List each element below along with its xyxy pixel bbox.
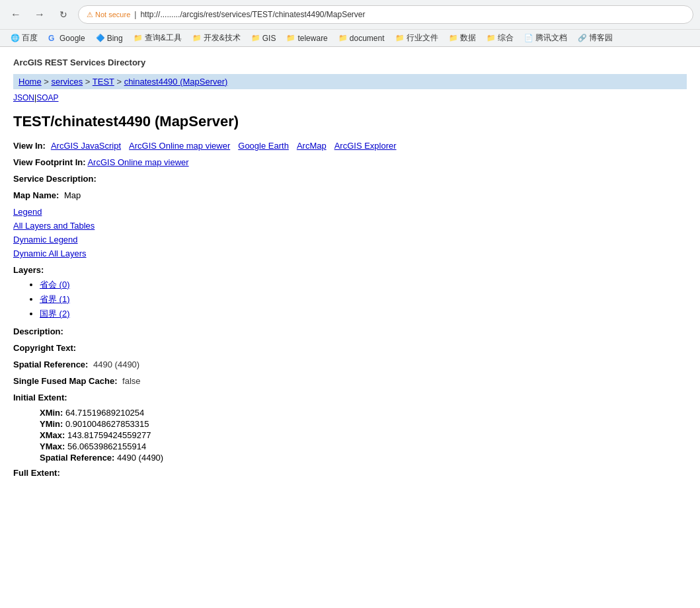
full-extent-label: Full Extent: [13, 468, 60, 478]
bookmark-industry-label: 行业文件 [407, 32, 438, 44]
dynamic-legend-link[interactable]: Dynamic Legend [13, 235, 78, 245]
ymin-row: YMin: 0.9010048627853315 [40, 419, 687, 429]
initial-extent-label: Initial Extent: [13, 393, 687, 402]
bookmark-query-tools-label: 查询&工具 [145, 32, 182, 44]
bookmark-industry[interactable]: 📁 行业文件 [391, 31, 442, 45]
bookmark-data-label: 数据 [460, 32, 476, 44]
bookmark-bing[interactable]: 🔷 Bing [92, 32, 127, 44]
legend-link[interactable]: Legend [13, 207, 42, 217]
layer-item-0: 省会 (0) [40, 279, 687, 291]
back-button[interactable]: ← [7, 5, 25, 24]
view-arcgis-online[interactable]: ArcGIS Online map viewer [129, 141, 230, 151]
json-link[interactable]: JSON [13, 93, 34, 102]
security-warning: ⚠ Not secure [87, 11, 130, 19]
bookmark-document[interactable]: 📁 document [334, 32, 389, 44]
layer-item-1: 省界 (1) [40, 293, 687, 305]
copyright-label: Copyright Text: [13, 343, 76, 353]
bookmark-dev-tech[interactable]: 📁 开发&技术 [188, 31, 245, 45]
page-content: ArcGIS REST Services Directory Home > se… [0, 47, 700, 491]
bookmark-query-tools[interactable]: 📁 查询&工具 [130, 31, 186, 45]
spatial-ref-row: Spatial Reference: 4490 (4490) [13, 360, 687, 369]
folder-icon-8: 📁 [486, 34, 496, 43]
bookmark-baidu[interactable]: 🌐 百度 [7, 31, 42, 45]
bookmark-cnblog-label: 博客园 [589, 32, 613, 44]
url-separator: | [134, 10, 136, 19]
folder-icon-4: 📁 [286, 34, 295, 43]
view-in-label: View In: [13, 141, 46, 151]
breadcrumb-home[interactable]: Home [19, 77, 42, 87]
dynamic-legend-link-row: Dynamic Legend [13, 235, 687, 245]
browser-toolbar: ← → ↻ ⚠ Not secure | http://........./ar… [0, 0, 700, 29]
single-fused-label: Single Fused Map Cache: [13, 376, 117, 386]
bookmark-dev-tech-label: 开发&技术 [204, 32, 241, 44]
address-bar[interactable]: ⚠ Not secure | http://........./arcgis/r… [78, 5, 693, 24]
url-text: http://........./arcgis/rest/services/TE… [140, 10, 365, 19]
view-arcgis-js[interactable]: ArcGIS JavaScript [51, 141, 121, 151]
layer-item-2: 国界 (2) [40, 308, 687, 320]
view-in-links: ArcGIS JavaScript ArcGIS Online map view… [51, 141, 397, 151]
initial-extent-values: XMin: 64.71519689210254 YMin: 0.90100486… [40, 408, 687, 463]
breadcrumb-sep1: > [42, 77, 52, 87]
description-label: Description: [13, 326, 63, 336]
browser-chrome: ← → ↻ ⚠ Not secure | http://........./ar… [0, 0, 700, 47]
bookmarks-bar: 🌐 百度 G Google 🔷 Bing 📁 查询&工具 📁 开发&技术 📁 G… [0, 29, 700, 46]
breadcrumb-sep3: > [114, 77, 124, 87]
full-extent-row: Full Extent: [13, 468, 687, 478]
soap-link[interactable]: SOAP [36, 93, 58, 102]
layer-link-2[interactable]: 国界 (2) [40, 309, 70, 319]
view-footprint-row: View Footprint In: ArcGIS Online map vie… [13, 157, 687, 167]
layer-link-0[interactable]: 省会 (0) [40, 280, 70, 289]
xmin-row: XMin: 64.71519689210254 [40, 408, 687, 418]
all-layers-link-row: All Layers and Tables [13, 221, 687, 231]
single-fused-row: Single Fused Map Cache: false [13, 376, 687, 386]
map-name-row: Map Name: Map [13, 190, 687, 200]
extent-spatial-ref-value: 4490 (4490) [117, 453, 163, 463]
reload-button[interactable]: ↻ [54, 5, 73, 24]
folder-icon-7: 📁 [449, 34, 458, 43]
breadcrumb-sep2: > [83, 77, 93, 87]
arcgis-header: ArcGIS REST Services Directory [13, 54, 687, 74]
breadcrumb-test[interactable]: TEST [93, 77, 114, 87]
arcgis-directory-title: ArcGIS REST Services Directory [13, 57, 687, 67]
forward-button[interactable]: → [30, 5, 49, 24]
description-row: Description: [13, 326, 687, 336]
view-arcmap[interactable]: ArcMap [297, 141, 327, 151]
bookmark-teleware-label: teleware [297, 34, 327, 43]
bookmark-google[interactable]: G Google [44, 32, 89, 44]
ymax-value: 56.06539862155914 [67, 441, 146, 451]
extent-spatial-ref-label: Spatial Reference: [40, 453, 114, 463]
main-title: TEST/chinatest4490 (MapServer) [13, 113, 687, 130]
cnblog-icon: 🔗 [578, 34, 587, 43]
folder-icon-6: 📁 [395, 34, 405, 43]
view-footprint-link[interactable]: ArcGIS Online map viewer [87, 157, 188, 167]
dynamic-all-layers-link[interactable]: Dynamic All Layers [13, 248, 87, 258]
bookmark-teleware[interactable]: 📁 teleware [282, 32, 331, 44]
bookmark-data[interactable]: 📁 数据 [445, 31, 480, 45]
folder-icon-5: 📁 [338, 34, 348, 43]
bookmark-composite[interactable]: 📁 综合 [483, 31, 518, 45]
ymax-row: YMax: 56.06539862155914 [40, 441, 687, 451]
spatial-ref-label: Spatial Reference: [13, 360, 88, 369]
bookmark-tencent-docs[interactable]: 📄 腾讯文档 [520, 31, 571, 45]
map-name-label: Map Name: [13, 190, 59, 200]
all-layers-link[interactable]: All Layers and Tables [13, 221, 95, 231]
tencent-icon: 📄 [524, 34, 533, 43]
breadcrumb-current[interactable]: chinatest4490 (MapServer) [124, 77, 228, 87]
view-google-earth[interactable]: Google Earth [238, 141, 289, 151]
bookmark-cnblog[interactable]: 🔗 博客园 [574, 31, 617, 45]
bookmark-gis[interactable]: 📁 GIS [247, 32, 280, 44]
bookmark-baidu-label: 百度 [22, 32, 38, 44]
breadcrumb-services[interactable]: services [52, 77, 83, 87]
folder-icon-2: 📁 [192, 34, 202, 43]
breadcrumb: Home > services > TEST > chinatest4490 (… [13, 74, 687, 89]
baidu-icon: 🌐 [11, 34, 20, 43]
view-arcgis-explorer[interactable]: ArcGIS Explorer [334, 141, 397, 151]
service-description-label: Service Description: [13, 174, 97, 184]
folder-icon-1: 📁 [134, 34, 143, 43]
ymax-label: YMax: [40, 441, 65, 451]
xmax-value: 143.81759424559277 [67, 430, 151, 440]
google-icon: G [48, 34, 58, 43]
ymin-label: YMin: [40, 419, 63, 429]
layer-link-1[interactable]: 省界 (1) [40, 294, 70, 304]
dynamic-all-layers-link-row: Dynamic All Layers [13, 248, 687, 258]
